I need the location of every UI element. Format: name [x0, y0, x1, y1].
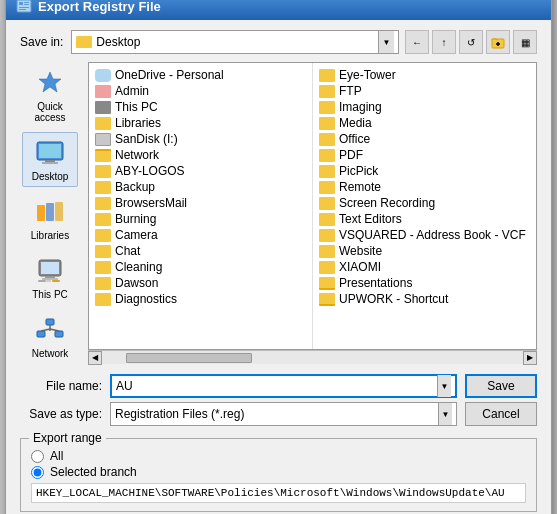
folder-icon	[95, 117, 111, 130]
list-item[interactable]: Office	[313, 131, 536, 147]
list-item[interactable]: Camera	[89, 227, 312, 243]
list-item[interactable]: Backup	[89, 179, 312, 195]
save-button[interactable]: Save	[465, 374, 537, 398]
list-item[interactable]: PicPick	[313, 163, 536, 179]
svg-rect-14	[37, 205, 45, 221]
scroll-left-btn[interactable]: ◀	[88, 351, 102, 365]
file-item-name: Backup	[115, 180, 155, 194]
list-item[interactable]: Libraries	[89, 115, 312, 131]
list-item[interactable]: XIAOMI	[313, 259, 536, 275]
svg-rect-5	[19, 9, 26, 10]
list-item[interactable]: Media	[313, 115, 536, 131]
folder-icon	[95, 213, 111, 226]
folder-icon	[319, 133, 335, 146]
file-item-name: SanDisk (I:)	[115, 132, 178, 146]
dialog-title: Export Registry File	[38, 0, 161, 14]
all-radio-label: All	[50, 449, 63, 463]
list-item[interactable]: UPWORK - Shortcut	[313, 291, 536, 307]
folder-icon	[319, 245, 335, 258]
filename-row: File name: ▼ Save	[20, 374, 537, 398]
file-item-name: Website	[339, 244, 382, 258]
export-registry-dialog: Export Registry File Save in: Desktop ▼ …	[5, 0, 552, 514]
svg-marker-9	[39, 72, 61, 92]
file-list-right: Eye-TowerFTPImagingMediaOfficePDFPicPick…	[313, 63, 536, 349]
save-in-label: Save in:	[20, 35, 63, 49]
list-item[interactable]: Burning	[89, 211, 312, 227]
svg-rect-23	[52, 280, 60, 282]
file-item-name: XIAOMI	[339, 260, 381, 274]
folder-icon	[95, 261, 111, 274]
svg-rect-3	[24, 4, 29, 5]
file-item-name: Cleaning	[115, 260, 162, 274]
list-item[interactable]: Admin	[89, 83, 312, 99]
refresh-button[interactable]: ↺	[459, 30, 483, 54]
folder-icon	[319, 101, 335, 114]
savetype-combo-arrow[interactable]: ▼	[438, 403, 452, 425]
view-button[interactable]: ▦	[513, 30, 537, 54]
list-item[interactable]: This PC	[89, 99, 312, 115]
list-item[interactable]: Cleaning	[89, 259, 312, 275]
list-item[interactable]: Screen Recording	[313, 195, 536, 211]
list-item[interactable]: FTP	[313, 83, 536, 99]
all-radio-row: All	[31, 449, 526, 463]
list-item[interactable]: Diagnostics	[89, 291, 312, 307]
folder-icon	[319, 85, 335, 98]
scroll-thumb[interactable]	[126, 353, 252, 363]
list-item[interactable]: Eye-Tower	[313, 67, 536, 83]
scroll-right-btn[interactable]: ▶	[523, 351, 537, 365]
list-item[interactable]: VSQUARED - Address Book - VCF	[313, 227, 536, 243]
combo-arrow[interactable]: ▼	[378, 31, 394, 53]
sidebar-item-desktop[interactable]: Desktop	[22, 132, 78, 187]
libraries-icon	[34, 196, 66, 228]
back-button[interactable]: ←	[405, 30, 429, 54]
file-item-name: Diagnostics	[115, 292, 177, 306]
title-bar: Export Registry File	[6, 0, 551, 20]
file-list-left: OneDrive - PersonalAdminThis PCLibraries…	[89, 63, 313, 349]
list-item[interactable]: SanDisk (I:)	[89, 131, 312, 147]
registry-path-row: HKEY_LOCAL_MACHINE\SOFTWARE\Policies\Mic…	[31, 483, 526, 503]
selected-branch-row: Selected branch	[31, 465, 526, 479]
list-item[interactable]: Website	[313, 243, 536, 259]
filename-input[interactable]	[116, 379, 437, 393]
network-icon	[34, 314, 66, 346]
file-item-name: ABY-LOGOS	[115, 164, 185, 178]
sidebar-item-libraries[interactable]: Libraries	[22, 191, 78, 246]
new-folder-button[interactable]	[486, 30, 510, 54]
folder-icon	[319, 229, 335, 242]
sidebar-item-label: Quick access	[25, 101, 75, 123]
list-item[interactable]: Dawson	[89, 275, 312, 291]
list-item[interactable]: ABY-LOGOS	[89, 163, 312, 179]
all-radio[interactable]	[31, 450, 44, 463]
file-item-name: Media	[339, 116, 372, 130]
list-item[interactable]: Network	[89, 147, 312, 163]
selected-branch-radio[interactable]	[31, 466, 44, 479]
list-item[interactable]: Remote	[313, 179, 536, 195]
list-item[interactable]: BrowsersMail	[89, 195, 312, 211]
list-item[interactable]: OneDrive - Personal	[89, 67, 312, 83]
up-button[interactable]: ↑	[432, 30, 456, 54]
list-item[interactable]: Text Editors	[313, 211, 536, 227]
registry-icon	[16, 0, 32, 14]
list-item[interactable]: Chat	[89, 243, 312, 259]
save-in-combo[interactable]: Desktop ▼	[71, 30, 399, 54]
file-item-name: Camera	[115, 228, 158, 242]
sidebar-item-this-pc[interactable]: This PC	[22, 250, 78, 305]
file-item-name: VSQUARED - Address Book - VCF	[339, 228, 526, 242]
filename-input-combo[interactable]: ▼	[110, 374, 457, 398]
sidebar-item-quick-access[interactable]: Quick access	[22, 62, 78, 128]
folder-icon	[95, 245, 111, 258]
horizontal-scrollbar[interactable]: ◀ ▶	[88, 350, 537, 364]
sidebar-item-network[interactable]: Network	[22, 309, 78, 364]
list-item[interactable]: Presentations	[313, 275, 536, 291]
svg-rect-4	[19, 7, 29, 8]
folder-icon	[95, 101, 111, 114]
svg-rect-0	[17, 0, 31, 12]
svg-rect-16	[55, 202, 63, 221]
filename-combo-arrow[interactable]: ▼	[437, 375, 451, 397]
list-item[interactable]: PDF	[313, 147, 536, 163]
file-item-name: OneDrive - Personal	[115, 68, 224, 82]
savetype-combo[interactable]: Registration Files (*.reg) ▼	[110, 402, 457, 426]
cancel-button[interactable]: Cancel	[465, 402, 537, 426]
list-item[interactable]: Imaging	[313, 99, 536, 115]
file-item-name: Eye-Tower	[339, 68, 396, 82]
